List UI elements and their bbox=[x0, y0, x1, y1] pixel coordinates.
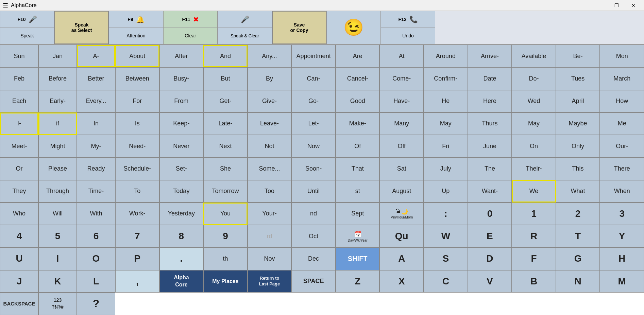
save-copy-button[interactable]: Saveor Copy bbox=[272, 11, 326, 44]
cell-cancel[interactable]: Cancel- bbox=[336, 67, 380, 90]
close-button[interactable]: ✕ bbox=[626, 0, 641, 11]
cell-never[interactable]: Never bbox=[159, 135, 204, 157]
my-places-button[interactable]: My Places bbox=[203, 270, 248, 293]
cell-here[interactable]: Here bbox=[468, 90, 512, 112]
cell-m[interactable]: M bbox=[600, 270, 644, 293]
cell-th[interactable]: th bbox=[203, 247, 248, 270]
backspace-button[interactable]: BACKSPACE bbox=[0, 293, 38, 315]
cell-good[interactable]: Good bbox=[336, 90, 380, 112]
cell-our[interactable]: Our- bbox=[600, 135, 644, 157]
cell-y[interactable]: Y bbox=[600, 225, 644, 247]
cell-c[interactable]: C bbox=[424, 270, 468, 293]
cell-f[interactable]: F bbox=[512, 247, 556, 270]
cell-of[interactable]: Of bbox=[336, 135, 380, 157]
cell-get[interactable]: Get- bbox=[203, 90, 248, 112]
cell-1[interactable]: 1 bbox=[512, 203, 556, 225]
cell-r[interactable]: R bbox=[512, 225, 556, 247]
cell-every[interactable]: Every... bbox=[77, 90, 115, 112]
cell-w[interactable]: W bbox=[424, 225, 468, 247]
cell-l[interactable]: L bbox=[77, 270, 115, 293]
cell-comma[interactable]: , bbox=[115, 270, 159, 293]
cell-through[interactable]: Through bbox=[38, 180, 77, 203]
cell-might[interactable]: Might bbox=[38, 135, 77, 157]
cell-the[interactable]: The bbox=[468, 157, 512, 180]
cell-next[interactable]: Next bbox=[203, 135, 248, 157]
cell-6[interactable]: 6 bbox=[77, 225, 115, 247]
cell-march[interactable]: March bbox=[600, 67, 644, 90]
cell-please[interactable]: Please bbox=[38, 157, 77, 180]
cell-st[interactable]: st bbox=[336, 180, 380, 203]
cell-me[interactable]: Me bbox=[600, 112, 644, 135]
cell-or[interactable]: Or bbox=[0, 157, 38, 180]
cell-soon[interactable]: Soon- bbox=[291, 157, 336, 180]
cell-many[interactable]: Many bbox=[379, 112, 424, 135]
cell-z[interactable]: Z bbox=[336, 270, 380, 293]
cell-appointment[interactable]: Appointment bbox=[291, 45, 336, 67]
cell-we[interactable]: We bbox=[512, 180, 556, 203]
cell-have[interactable]: Have- bbox=[379, 90, 424, 112]
cell-available[interactable]: Available bbox=[512, 45, 556, 67]
cell-a[interactable]: A bbox=[379, 247, 424, 270]
shift-button[interactable]: SHIFT bbox=[336, 247, 380, 270]
cell-your[interactable]: Your- bbox=[248, 203, 292, 225]
cell-7[interactable]: 7 bbox=[115, 225, 159, 247]
cell-u[interactable]: U bbox=[0, 247, 38, 270]
f10-speak-button[interactable]: F10 🎤 Speak bbox=[0, 11, 54, 44]
cell-v[interactable]: V bbox=[468, 270, 512, 293]
cell-work[interactable]: Work- bbox=[115, 203, 159, 225]
cell-5[interactable]: 5 bbox=[38, 225, 77, 247]
cell-sun[interactable]: Sun bbox=[0, 45, 38, 67]
cell-b[interactable]: B bbox=[512, 270, 556, 293]
minimize-button[interactable]: — bbox=[592, 0, 607, 11]
cell-set[interactable]: Set- bbox=[159, 157, 204, 180]
cell-my[interactable]: My- bbox=[77, 135, 115, 157]
cell-for[interactable]: For bbox=[115, 90, 159, 112]
cell-off[interactable]: Off bbox=[379, 135, 424, 157]
cell-on[interactable]: On bbox=[512, 135, 556, 157]
cell-until[interactable]: Until bbox=[291, 180, 336, 203]
cell-e[interactable]: E bbox=[468, 225, 512, 247]
cell-today[interactable]: Today bbox=[159, 180, 204, 203]
cell-april[interactable]: April bbox=[556, 90, 600, 112]
cell-is[interactable]: Is bbox=[115, 112, 159, 135]
cell-late[interactable]: Late- bbox=[203, 112, 248, 135]
cell-o[interactable]: O bbox=[77, 247, 115, 270]
cell-9[interactable]: 9 bbox=[203, 225, 248, 247]
cell-will[interactable]: Will bbox=[38, 203, 77, 225]
f12-undo-button[interactable]: F12 📞 Undo bbox=[381, 11, 435, 44]
cell-to[interactable]: To bbox=[115, 180, 159, 203]
cell-with[interactable]: With bbox=[77, 203, 115, 225]
cell-can[interactable]: Can- bbox=[291, 67, 336, 90]
space-button[interactable]: SPACE bbox=[291, 270, 336, 293]
cell-day-wk-year[interactable]: 📅 Day/Wk/Year bbox=[336, 225, 380, 247]
cell-3[interactable]: 3 bbox=[600, 203, 644, 225]
cell-leave[interactable]: Leave- bbox=[248, 112, 292, 135]
cell-come[interactable]: Come- bbox=[379, 67, 424, 90]
cell-but[interactable]: But bbox=[203, 67, 248, 90]
cell-arrive[interactable]: Arrive- bbox=[468, 45, 512, 67]
cell-schedule[interactable]: Schedule- bbox=[115, 157, 159, 180]
cell-4[interactable]: 4 bbox=[0, 225, 38, 247]
menu-icon[interactable]: ☰ bbox=[3, 2, 8, 9]
cell-a-minus[interactable]: A- bbox=[77, 45, 115, 67]
cell-tomorrow[interactable]: Tomorrow bbox=[203, 180, 248, 203]
cell-between[interactable]: Between bbox=[115, 67, 159, 90]
cell-sat[interactable]: Sat bbox=[379, 157, 424, 180]
cell-nov[interactable]: Nov bbox=[248, 247, 292, 270]
cell-need[interactable]: Need- bbox=[115, 135, 159, 157]
cell-after[interactable]: After bbox=[159, 45, 204, 67]
cell-colon[interactable]: : bbox=[424, 203, 468, 225]
cell-busy[interactable]: Busy- bbox=[159, 67, 204, 90]
cell-yesterday[interactable]: Yesterday bbox=[159, 203, 204, 225]
cell-j[interactable]: J bbox=[0, 270, 38, 293]
cell-she[interactable]: She bbox=[203, 157, 248, 180]
cell-oct[interactable]: Oct bbox=[291, 225, 336, 247]
cell-8[interactable]: 8 bbox=[159, 225, 204, 247]
cell-rd[interactable]: rd bbox=[248, 225, 292, 247]
cell-date[interactable]: Date bbox=[468, 67, 512, 90]
cell-about[interactable]: About bbox=[115, 45, 159, 67]
cell-ready[interactable]: Ready bbox=[77, 157, 115, 180]
cell-0[interactable]: 0 bbox=[468, 203, 512, 225]
cell-jan[interactable]: Jan bbox=[38, 45, 77, 67]
question-button[interactable]: ? bbox=[77, 293, 115, 315]
